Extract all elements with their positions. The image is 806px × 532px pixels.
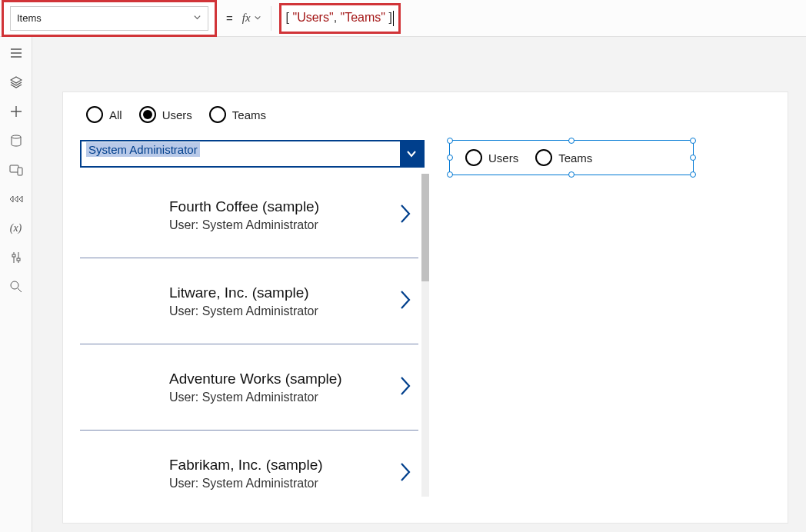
resize-handle[interactable] xyxy=(690,171,696,178)
radio-label: All xyxy=(109,108,122,121)
combobox-value: System Administrator xyxy=(82,141,400,166)
main-area: (x) All Users Teams System Adm xyxy=(0,37,806,532)
radio-all[interactable]: All xyxy=(86,106,122,123)
hamburger-icon[interactable] xyxy=(9,46,23,60)
radio-circle-icon xyxy=(465,149,482,166)
chevron-right-icon[interactable] xyxy=(398,203,412,228)
fx-button[interactable]: fx xyxy=(242,6,271,31)
list-item-title: Fourth Coffee (sample) xyxy=(169,198,319,215)
radio-circle-icon xyxy=(209,106,226,123)
resize-handle[interactable] xyxy=(447,171,453,178)
svg-point-5 xyxy=(11,281,18,289)
list-item[interactable]: Fabrikam, Inc. (sample) User: System Adm… xyxy=(80,431,418,517)
sliders-icon[interactable] xyxy=(9,251,23,264)
formula-input[interactable]: [ "Users", "Teams" ] xyxy=(286,10,394,26)
search-icon[interactable] xyxy=(9,280,23,294)
list-item[interactable]: Fourth Coffee (sample) User: System Admi… xyxy=(80,172,418,258)
chevron-right-icon[interactable] xyxy=(398,461,412,486)
radio-dot-icon xyxy=(143,110,152,119)
list-item[interactable]: Adventure Works (sample) User: System Ad… xyxy=(80,344,418,431)
filter-radio-group: All Users Teams xyxy=(86,106,771,123)
layers-icon[interactable] xyxy=(9,75,23,89)
plus-icon[interactable] xyxy=(9,105,23,118)
gallery-items[interactable]: Fourth Coffee (sample) User: System Admi… xyxy=(80,172,418,517)
list-item-title: Litware, Inc. (sample) xyxy=(169,284,318,301)
gallery: Fourth Coffee (sample) User: System Admi… xyxy=(80,172,429,510)
radio-option-teams[interactable]: Teams xyxy=(535,149,592,166)
svg-point-0 xyxy=(12,135,21,138)
database-icon[interactable] xyxy=(9,134,23,148)
devices-icon[interactable] xyxy=(9,163,23,177)
steps-icon[interactable] xyxy=(9,192,23,206)
list-item[interactable]: Litware, Inc. (sample) User: System Admi… xyxy=(80,258,418,344)
scrollbar-thumb[interactable] xyxy=(421,174,429,281)
formula-highlight: [ "Users", "Teams" ] xyxy=(279,3,401,34)
list-item-subtitle: User: System Administrator xyxy=(169,304,318,318)
canvas[interactable]: All Users Teams System Administrator xyxy=(32,37,806,532)
resize-handle[interactable] xyxy=(447,138,453,144)
combobox-toggle[interactable] xyxy=(400,141,423,166)
radio-label: Teams xyxy=(558,151,592,165)
radio-users[interactable]: Users xyxy=(139,106,192,123)
scrollbar[interactable] xyxy=(421,174,429,497)
svg-rect-2 xyxy=(18,168,22,175)
radio-circle-icon xyxy=(86,106,103,123)
resize-handle[interactable] xyxy=(447,155,453,161)
radio-label: Users xyxy=(162,108,192,121)
role-combobox[interactable]: System Administrator xyxy=(80,140,425,168)
app-preview: All Users Teams System Administrator xyxy=(63,92,788,523)
resize-handle[interactable] xyxy=(568,171,575,178)
property-value: Items xyxy=(17,12,42,24)
list-item-title: Fabrikam, Inc. (sample) xyxy=(169,457,323,474)
resize-handle[interactable] xyxy=(690,138,696,144)
svg-rect-4 xyxy=(17,258,20,261)
equals-label: = xyxy=(217,12,242,25)
list-item-subtitle: User: System Administrator xyxy=(169,218,319,232)
left-sidebar: (x) xyxy=(0,37,32,532)
radio-label: Teams xyxy=(232,108,266,121)
property-dropdown[interactable]: Items xyxy=(10,6,208,31)
radio-teams[interactable]: Teams xyxy=(209,106,266,123)
variable-icon[interactable]: (x) xyxy=(9,221,23,235)
list-item-subtitle: User: System Administrator xyxy=(169,477,323,490)
chevron-down-icon xyxy=(193,12,202,24)
radio-label: Users xyxy=(488,151,518,165)
fx-label: fx xyxy=(242,12,251,25)
property-dropdown-highlight: Items xyxy=(2,0,217,37)
formula-bar: Items = fx [ "Users", "Teams" ] xyxy=(0,0,806,37)
resize-handle[interactable] xyxy=(568,138,575,144)
list-item-title: Adventure Works (sample) xyxy=(169,371,342,387)
chevron-down-icon xyxy=(254,14,261,23)
svg-rect-3 xyxy=(12,254,15,257)
radio-circle-icon xyxy=(139,106,156,123)
list-item-subtitle: User: System Administrator xyxy=(169,391,342,404)
resize-handle[interactable] xyxy=(690,155,696,161)
radio-circle-icon xyxy=(535,149,552,166)
svg-rect-1 xyxy=(10,165,18,172)
radio-option-users[interactable]: Users xyxy=(465,149,518,166)
chevron-right-icon[interactable] xyxy=(398,289,412,314)
chevron-right-icon[interactable] xyxy=(398,375,412,400)
selected-radio-control[interactable]: Users Teams xyxy=(449,140,694,175)
chevron-down-icon xyxy=(405,148,418,160)
